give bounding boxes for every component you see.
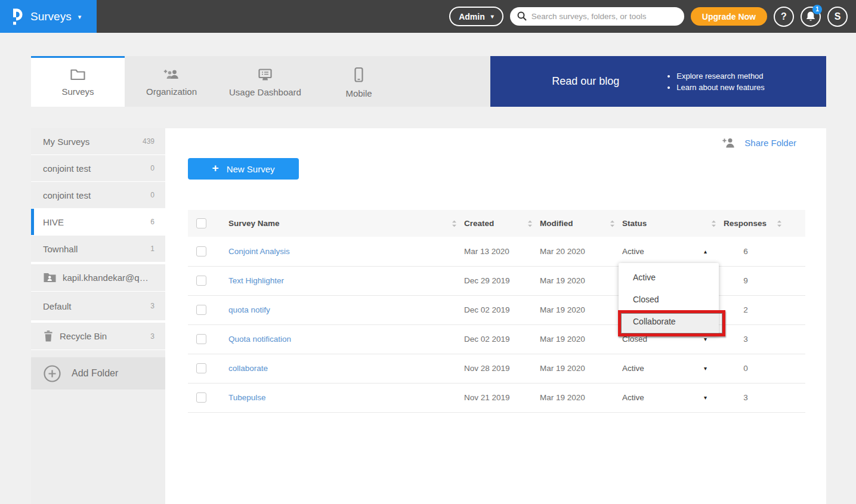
new-survey-button[interactable]: + New Survey [188, 158, 299, 180]
sidebar-item-my-surveys[interactable]: My Surveys439 [31, 128, 165, 155]
section-tabs: SurveysOrganizationUsage DashboardMobile [31, 56, 490, 107]
folder-count: 6 [150, 218, 154, 226]
table-row: TubepulseNov 21 2019Mar 19 2020Active▾3 [188, 383, 805, 412]
top-navigation-bar: Surveys ▾ Admin ▾ Upgrade Now ? 1 S [0, 0, 856, 33]
created-date: Dec 29 2019 [459, 266, 535, 295]
table-row: Conjoint AnalysisMar 13 2020Mar 20 2020A… [188, 237, 805, 266]
chevron-down-icon: ▾ [491, 13, 494, 20]
status-dropdown-trigger[interactable]: Closed▾ [622, 335, 707, 344]
chevron-down-icon: ▾ [704, 336, 707, 342]
questionpro-logo-icon [10, 7, 24, 26]
tab-label: Usage Dashboard [229, 87, 301, 97]
banner-bullet: Learn about new features [676, 83, 764, 92]
sidebar-item-kapil-khandekar-que[interactable]: kapil.khandekar@que... [31, 262, 165, 292]
sidebar-item-townhall[interactable]: Townhall1 [31, 236, 165, 262]
share-folder-row: Share Folder [165, 128, 826, 157]
organization-icon [163, 68, 181, 81]
tab-surveys[interactable]: Surveys [31, 56, 125, 107]
sidebar-item-conjoint-test[interactable]: conjoint test0 [31, 182, 165, 209]
sort-icon[interactable] [777, 220, 782, 227]
sidebar-item-recycle-bin[interactable]: Recycle Bin3 [31, 321, 165, 350]
folder-label: My Surveys [43, 137, 137, 147]
status-dropdown-trigger[interactable]: Active▾ [622, 393, 707, 402]
responses-count: 0 [719, 354, 784, 383]
share-folder-link[interactable]: Share Folder [744, 138, 796, 148]
folder-icon [70, 68, 86, 81]
search-input[interactable] [510, 7, 684, 26]
folder-label: kapil.khandekar@que... [63, 273, 149, 283]
survey-name-link[interactable]: Quota notification [228, 335, 291, 344]
responses-count: 6 [719, 237, 784, 266]
sidebar-item-default[interactable]: Default3 [31, 292, 165, 321]
tab-label: Organization [146, 86, 197, 97]
status-option-closed[interactable]: Closed [619, 288, 719, 310]
upgrade-now-button[interactable]: Upgrade Now [691, 7, 767, 26]
status-dropdown-menu: ActiveClosedCollaborate [619, 263, 719, 335]
add-folder-label: Add Folder [72, 368, 118, 379]
chevron-down-icon: ▾ [78, 13, 82, 21]
row-checkbox[interactable] [196, 246, 206, 256]
admin-dropdown[interactable]: Admin ▾ [449, 7, 503, 26]
folder-label: conjoint test [43, 190, 144, 200]
survey-name-link[interactable]: quota notify [228, 305, 270, 314]
plus-circle-icon [43, 364, 61, 383]
survey-name-link[interactable]: Conjoint Analysis [228, 247, 290, 256]
select-all-checkbox[interactable] [196, 218, 206, 228]
usage-dashboard-icon [257, 68, 273, 82]
modified-date: Mar 19 2020 [535, 324, 617, 354]
survey-name-link[interactable]: collaborate [228, 364, 268, 373]
product-menu[interactable]: Surveys ▾ [0, 0, 97, 33]
sort-icon[interactable] [452, 220, 457, 227]
shared-folder-icon [43, 272, 57, 283]
folder-count: 1 [150, 245, 154, 253]
folder-label: Default [43, 301, 144, 311]
app: Surveys ▾ Admin ▾ Upgrade Now ? 1 S [0, 0, 856, 504]
blog-banner-link[interactable]: Read our blog [552, 75, 619, 88]
tab-mobile[interactable]: Mobile [312, 56, 406, 107]
folder-count: 0 [150, 164, 154, 172]
row-checkbox[interactable] [196, 363, 206, 373]
survey-list-area: Share Folder + New Survey Su [165, 128, 826, 504]
modified-date: Mar 19 2020 [535, 383, 617, 412]
notifications-button[interactable]: 1 [801, 7, 821, 27]
created-date: Nov 28 2019 [459, 354, 535, 383]
folder-label: HIVE [43, 217, 144, 227]
folder-label: Townhall [43, 244, 144, 254]
sidebar-item-hive[interactable]: HIVE6 [31, 209, 165, 236]
row-checkbox[interactable] [196, 305, 206, 315]
survey-name-link[interactable]: Tubepulse [228, 393, 266, 402]
sort-icon[interactable] [610, 220, 615, 227]
responses-count: 3 [719, 324, 784, 354]
status-option-active[interactable]: Active [619, 266, 719, 288]
row-checkbox[interactable] [196, 334, 206, 344]
table-header-row: Survey Name Created Modified Status [188, 210, 805, 237]
modified-date: Mar 19 2020 [535, 295, 617, 324]
section-tabs-strip: SurveysOrganizationUsage DashboardMobile… [31, 56, 826, 107]
table-row: collaborateNov 28 2019Mar 19 2020Active▾… [188, 354, 805, 383]
responses-count: 2 [719, 295, 784, 324]
help-button[interactable]: ? [774, 7, 794, 27]
sort-icon[interactable] [527, 220, 533, 227]
status-dropdown-trigger[interactable]: Active▴ [622, 247, 707, 256]
tab-organization[interactable]: Organization [125, 56, 218, 107]
folder-label: conjoint test [43, 163, 144, 174]
sidebar-item-conjoint-test[interactable]: conjoint test0 [31, 155, 165, 182]
status-option-collaborate[interactable]: Collaborate [619, 310, 719, 332]
product-name: Surveys [30, 10, 72, 23]
modified-date: Mar 19 2020 [535, 266, 617, 295]
column-survey-name: Survey Name [228, 219, 280, 228]
created-date: Dec 02 2019 [459, 295, 535, 324]
question-mark-icon: ? [781, 11, 787, 22]
sort-icon[interactable] [711, 220, 716, 227]
user-avatar[interactable]: S [827, 7, 848, 27]
admin-label: Admin [459, 12, 485, 21]
row-checkbox[interactable] [196, 392, 206, 403]
status-value: Closed [622, 335, 647, 344]
created-date: Mar 13 2020 [459, 237, 535, 266]
status-dropdown-trigger[interactable]: Active▾ [622, 364, 707, 373]
tab-usage-dashboard[interactable]: Usage Dashboard [218, 56, 312, 107]
add-folder-button[interactable]: Add Folder [31, 357, 165, 389]
chevron-down-icon: ▾ [704, 394, 707, 401]
survey-name-link[interactable]: Text Highlighter [228, 276, 284, 285]
row-checkbox[interactable] [196, 276, 206, 286]
